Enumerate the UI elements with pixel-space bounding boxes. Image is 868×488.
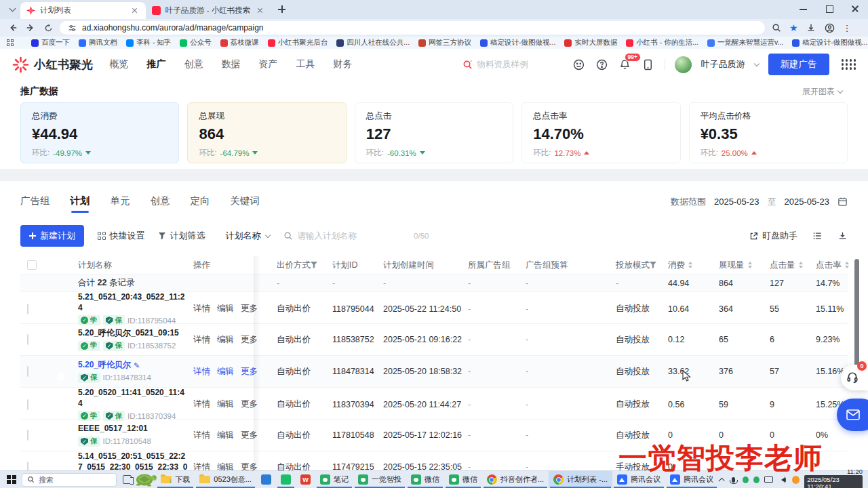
taskbar-search[interactable]: [22, 473, 117, 487]
table-header-cell[interactable]: 点击量: [770, 260, 816, 271]
profile-icon[interactable]: [824, 22, 836, 34]
row-checkbox[interactable]: [27, 334, 28, 345]
forward-icon[interactable]: [24, 22, 37, 34]
close-button[interactable]: [842, 0, 868, 18]
taskbar-item[interactable]: ↓下载: [156, 471, 195, 488]
action-detail[interactable]: 详情: [193, 399, 210, 410]
bookmark-item[interactable]: 腾讯文档: [79, 38, 117, 47]
site-settings-icon[interactable]: [68, 24, 77, 33]
action-more[interactable]: 更多: [241, 366, 258, 378]
account-name[interactable]: 叶子品质游: [701, 58, 745, 70]
bookmark-item[interactable]: 实时大屏数据: [564, 38, 617, 47]
action-edit[interactable]: 编辑: [217, 366, 234, 378]
entity-tab[interactable]: 广告组: [20, 195, 50, 213]
plan-name[interactable]: 5.20_呼伦贝尔_0521_09:15: [78, 328, 188, 339]
table-header-cell[interactable]: 展现量: [719, 260, 770, 271]
row-checkbox[interactable]: [27, 366, 28, 377]
date-range[interactable]: 数据范围 2025-05-23 至 2025-05-23: [671, 196, 848, 212]
plan-filter-button[interactable]: 计划筛选: [159, 230, 205, 242]
export-download-icon[interactable]: [837, 231, 848, 241]
sort-icon[interactable]: [748, 262, 752, 268]
bookmark-item[interactable]: 网签三方协议: [418, 38, 471, 47]
plan-search-input[interactable]: [298, 231, 410, 241]
nav-item[interactable]: 概览: [110, 58, 129, 70]
start-button[interactable]: [3, 471, 20, 488]
column-settings-icon[interactable]: [812, 231, 823, 241]
action-more[interactable]: 更多: [241, 462, 258, 470]
bookmark-item[interactable]: 李科 - 知乎: [126, 38, 171, 47]
table-header-cell[interactable]: 投放模式: [616, 260, 668, 271]
sort-icon[interactable]: [845, 262, 849, 268]
entity-tab[interactable]: 创意: [151, 195, 170, 213]
plan-name[interactable]: 5.21_0521_20:43_0522_11:24: [78, 292, 188, 313]
new-tab-button[interactable]: [274, 1, 290, 18]
taskbar-item[interactable]: 抖音创作者...: [482, 471, 549, 488]
action-edit[interactable]: 编辑: [217, 399, 234, 410]
bookmark-item[interactable]: 稿定设计-做图做视...: [792, 38, 867, 47]
new-plan-button[interactable]: 新建计划: [20, 225, 84, 247]
notification-bell-icon[interactable]: 99+: [618, 58, 632, 71]
help-icon[interactable]: [595, 58, 609, 71]
quick-setup-button[interactable]: 快捷设置: [98, 230, 145, 242]
taskbar-item[interactable]: 一觉智投: [353, 471, 406, 488]
header-search-input[interactable]: [477, 60, 559, 69]
taskbar-item[interactable]: 0523创意...: [195, 471, 256, 488]
table-header-cell[interactable]: 点击率: [816, 260, 851, 271]
support-button[interactable]: 0: [841, 365, 868, 390]
nav-item[interactable]: 数据: [222, 58, 241, 70]
entity-tab[interactable]: 关键词: [231, 195, 260, 213]
minimize-button[interactable]: [791, 0, 816, 18]
refresh-icon[interactable]: [42, 22, 54, 34]
plan-name[interactable]: EEEE_0517_12:01: [78, 424, 188, 434]
taskbar-item[interactable]: 计划列表 -...: [549, 471, 612, 488]
bookmark-item[interactable]: 荔枝微课: [220, 38, 259, 47]
row-checkbox[interactable]: [27, 430, 28, 441]
bookmark-item[interactable]: 公众号: [180, 38, 212, 47]
taskbar-item[interactable]: [256, 471, 276, 488]
app-grid-icon[interactable]: [842, 59, 856, 70]
monitor-assistant-button[interactable]: 盯盘助手: [749, 230, 797, 242]
plan-search[interactable]: 0/50: [283, 231, 429, 241]
bookmark-star-icon[interactable]: ★: [789, 22, 798, 33]
plan-name[interactable]: 5.20_呼伦贝尔✎: [78, 360, 188, 371]
expand-chart-link[interactable]: 展开图表: [802, 86, 842, 98]
wechat-tray-icon[interactable]: [753, 476, 760, 483]
new-ad-button[interactable]: 新建广告: [768, 54, 829, 75]
download-icon[interactable]: [805, 22, 817, 34]
action-detail[interactable]: 详情: [193, 366, 210, 378]
bookmark-item[interactable]: 一觉醒来智慧运营v...: [707, 38, 783, 47]
bookmark-item[interactable]: 百度一下: [31, 38, 70, 47]
entity-tab[interactable]: 定向: [191, 195, 210, 213]
action-edit[interactable]: 编辑: [217, 334, 234, 346]
wechat-tray-icon[interactable]: [743, 476, 749, 483]
apps-icon[interactable]: [7, 39, 14, 46]
browser-tab[interactable]: 计划列表: [20, 2, 146, 19]
action-more[interactable]: 更多: [241, 430, 258, 441]
sort-icon[interactable]: [799, 262, 803, 268]
action-detail[interactable]: 详情: [193, 430, 210, 441]
taskbar-item[interactable]: 微信: [406, 471, 444, 488]
row-checkbox[interactable]: [27, 399, 28, 410]
maximize-button[interactable]: [816, 0, 842, 18]
vertical-scrollbar[interactable]: [854, 259, 859, 374]
row-checkbox[interactable]: [27, 462, 28, 470]
action-edit[interactable]: 编辑: [217, 430, 234, 441]
feedback-mail-button[interactable]: [837, 399, 868, 431]
avatar[interactable]: [675, 56, 692, 73]
back-icon[interactable]: [7, 22, 19, 34]
chevron-down-icon[interactable]: [753, 60, 759, 66]
filter-icon[interactable]: [311, 262, 317, 268]
action-more[interactable]: 更多: [241, 303, 258, 314]
url-field[interactable]: ad.xiaohongshu.com/aurora/ad/manage/camp…: [60, 21, 765, 35]
taskbar-search-input[interactable]: [39, 476, 100, 484]
sort-icon[interactable]: [688, 262, 692, 268]
taskbar-item[interactable]: 笔记: [315, 471, 353, 488]
action-more[interactable]: 更多: [241, 399, 258, 410]
nav-item[interactable]: 创意: [184, 58, 203, 70]
date-to[interactable]: 2025-05-23: [785, 197, 830, 207]
table-header-cell[interactable]: 出价方式: [277, 260, 332, 271]
action-detail[interactable]: 详情: [193, 303, 210, 314]
mobile-device-icon[interactable]: [642, 58, 655, 71]
plan-name-selector[interactable]: 计划名称: [226, 230, 270, 242]
filter-icon[interactable]: [650, 262, 656, 268]
